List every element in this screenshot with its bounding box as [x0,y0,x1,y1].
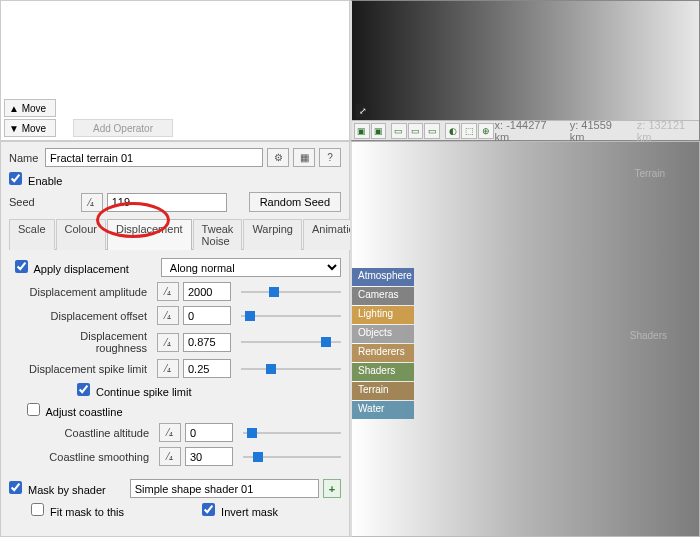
spike-label: Displacement spike limit [27,363,153,375]
toolbar-btn-8[interactable]: ⊕ [478,123,494,139]
toolbar-btn-2[interactable]: ▣ [371,123,387,139]
toolbar-btn-7[interactable]: ⬚ [461,123,477,139]
properties-panel: Name ⚙ ▦ ? Enable Seed ⁄₄ Random Seed Sc… [0,141,350,537]
amp-label: Displacement amplitude [27,286,153,298]
tab-warping[interactable]: Warping [243,219,302,250]
adjust-coastline-checkbox[interactable] [27,403,40,416]
coast-smooth-anim-icon[interactable]: ⁄₄ [159,447,181,466]
tab-displacement[interactable]: Displacement [107,219,192,250]
coast-smooth-label: Coastline smoothing [47,451,155,463]
ghost-shaders-label: Shaders [630,330,667,341]
coast-smooth-input[interactable] [185,447,233,466]
displacement-direction-select[interactable]: Along normal [161,258,341,277]
name-input[interactable] [45,148,263,167]
tab-tweak-noise[interactable]: Tweak Noise [193,219,243,250]
amp-input[interactable] [183,282,231,301]
coast-alt-input[interactable] [185,423,233,442]
spike-slider[interactable] [241,362,341,376]
enable-checkbox[interactable] [9,172,22,185]
fit-mask-wrap[interactable]: Fit mask to this [31,503,124,518]
name-label: Name [9,152,41,164]
node-tree-panel: ▲ Move ▼ Move Add Operator [0,0,350,141]
cat-shaders[interactable]: Shaders [352,363,414,381]
invert-mask-wrap[interactable]: Invert mask [202,503,278,518]
off-anim-icon[interactable]: ⁄₄ [157,306,179,325]
apply-displacement-label: Apply displacement [33,263,128,275]
fit-mask-label: Fit mask to this [50,506,124,518]
enable-label: Enable [28,175,62,187]
continue-spike-wrap[interactable]: Continue spike limit [77,383,191,398]
seed-label: Seed [9,196,41,208]
fit-mask-checkbox[interactable] [31,503,44,516]
amp-slider[interactable] [241,285,341,299]
cat-objects[interactable]: Objects [352,325,414,343]
preview-viewport[interactable]: ⤢ ▣ ▣ ▭ ▭ ▭ ◐ ⬚ ⊕ x: -144277 km y: 41559… [350,0,700,141]
tab-scale[interactable]: Scale [9,219,55,250]
off-slider[interactable] [241,309,341,323]
rough-anim-icon[interactable]: ⁄₄ [157,333,179,352]
toolbar-btn-6[interactable]: ◐ [445,123,461,139]
rough-input[interactable] [183,333,231,352]
spike-input[interactable] [183,359,231,378]
move-down-button[interactable]: ▼ Move [4,119,56,137]
help-icon[interactable]: ? [319,148,341,167]
coord-x: x: -144277 km [495,119,552,143]
cat-atmosphere[interactable]: Atmosphere [352,268,414,286]
cat-renderers[interactable]: Renderers [352,344,414,362]
preview-icon[interactable]: ▦ [293,148,315,167]
mask-by-shader-wrap[interactable]: Mask by shader [9,481,106,496]
ghost-terrain-label: Terrain [634,168,665,179]
cat-lighting[interactable]: Lighting [352,306,414,324]
move-up-button[interactable]: ▲ Move [4,99,56,117]
cat-water[interactable]: Water [352,401,414,419]
continue-spike-label: Continue spike limit [96,386,191,398]
add-operator-button[interactable]: Add Operator [73,119,173,137]
coast-smooth-slider[interactable] [243,450,341,464]
invert-mask-label: Invert mask [221,506,278,518]
invert-mask-checkbox[interactable] [202,503,215,516]
adjust-coastline-wrap[interactable]: Adjust coastline [27,403,123,418]
apply-displacement-wrap[interactable]: Apply displacement [15,260,129,275]
toolbar-btn-4[interactable]: ▭ [408,123,424,139]
tabs-bar: Scale Colour Displacement Tweak Noise Wa… [9,218,341,250]
mask-by-shader-checkbox[interactable] [9,481,22,494]
category-toolbar: Atmosphere Cameras Lighting Objects Rend… [352,268,414,420]
rough-label: Displacement roughness [27,330,153,354]
toolbar-btn-5[interactable]: ▭ [424,123,440,139]
seed-anim-icon[interactable]: ⁄₄ [81,193,103,212]
mask-by-shader-label: Mask by shader [28,484,106,496]
tab-colour[interactable]: Colour [56,219,106,250]
seed-input[interactable] [107,193,227,212]
spike-anim-icon[interactable]: ⁄₄ [157,359,179,378]
continue-spike-checkbox[interactable] [77,383,90,396]
coord-z: z: 132121 km [637,119,691,143]
off-input[interactable] [183,306,231,325]
off-label: Displacement offset [27,310,153,322]
settings-icon[interactable]: ⚙ [267,148,289,167]
viewport-toolbar: ▣ ▣ ▭ ▭ ▭ ◐ ⬚ ⊕ x: -144277 km y: 41559 k… [352,120,699,140]
coord-y: y: 41559 km [570,119,619,143]
coordinates-readout: x: -144277 km y: 41559 km z: 132121 km [495,119,697,143]
node-graph-viewport[interactable]: Atmosphere Cameras Lighting Objects Rend… [350,141,700,537]
random-seed-button[interactable]: Random Seed [249,192,341,212]
adjust-coastline-label: Adjust coastline [45,406,122,418]
add-shader-button[interactable]: + [323,479,341,498]
viewport-toggle-icon[interactable]: ⤢ [356,104,370,118]
cat-cameras[interactable]: Cameras [352,287,414,305]
enable-checkbox-wrap[interactable]: Enable [9,172,62,187]
apply-displacement-checkbox[interactable] [15,260,28,273]
coast-alt-anim-icon[interactable]: ⁄₄ [159,423,181,442]
cat-terrain[interactable]: Terrain [352,382,414,400]
amp-anim-icon[interactable]: ⁄₄ [157,282,179,301]
toolbar-btn-1[interactable]: ▣ [354,123,370,139]
rough-slider[interactable] [241,335,341,349]
toolbar-btn-3[interactable]: ▭ [391,123,407,139]
coast-alt-label: Coastline altitude [47,427,155,439]
mask-shader-input[interactable] [130,479,319,498]
coast-alt-slider[interactable] [243,426,341,440]
